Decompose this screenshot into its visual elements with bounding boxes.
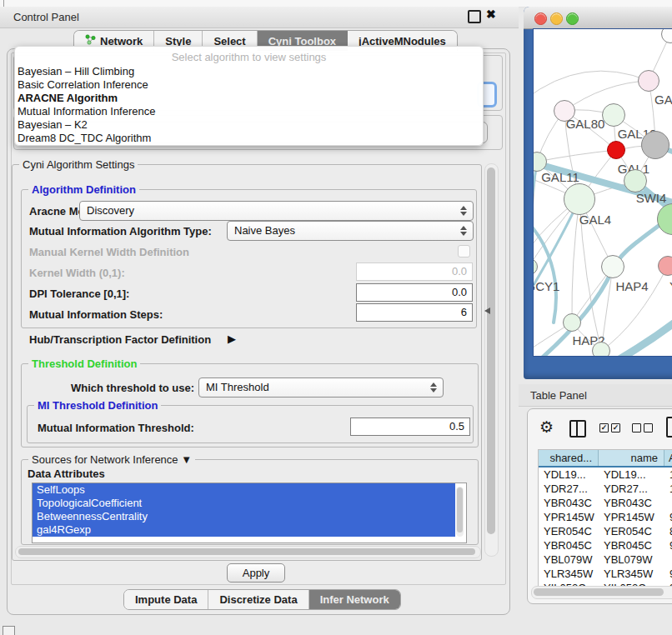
node-bottom[interactable] [592, 342, 610, 356]
settings-horizontal-scrollbar[interactable] [15, 546, 481, 558]
column-header-a[interactable]: A [664, 450, 672, 466]
select-all-checkbox-icon2[interactable]: ✓ [611, 423, 620, 432]
cell-shared-name: YBR045C [544, 539, 592, 552]
table-row[interactable]: YLR345WYLR345W9. [539, 567, 672, 581]
minimize-button[interactable] [550, 12, 563, 25]
tab-label: Impute Data [135, 593, 197, 606]
hub-definition-label: Hub/Transcription Factor Definition [29, 333, 211, 346]
node-red[interactable] [607, 141, 625, 159]
bottom-tabbar: Impute DataDiscretize DataInfer Network [123, 589, 401, 610]
algorithm-option-bayesian-hill-climbing[interactable]: Bayesian – Hill Climbing [15, 65, 483, 78]
mi-steps-field[interactable]: 6 [356, 303, 473, 322]
algorithm-option-bayesian-k2[interactable]: Bayesian – K2 [15, 118, 483, 132]
mi-type-select[interactable]: Naive Bayes [227, 221, 474, 241]
table-row[interactable]: YPR145WYPR145W9. [539, 510, 672, 524]
node-salmon[interactable] [658, 256, 672, 276]
spinner-icon [429, 382, 437, 393]
node-gal11[interactable] [534, 152, 547, 172]
node-gcy1[interactable] [534, 258, 538, 275]
aracne-mode-select[interactable]: Discovery [79, 201, 474, 221]
table-hscroll-thumb[interactable] [534, 588, 664, 596]
which-threshold-label: Which threshold to use: [71, 382, 194, 394]
table-horizontal-scrollbar[interactable] [531, 586, 672, 599]
table-row[interactable]: YBR045CYBR045C9. [539, 538, 672, 552]
manual-kernel-checkbox[interactable] [458, 245, 470, 258]
zoom-button[interactable] [566, 12, 579, 25]
tab-impute-data[interactable]: Impute Data [124, 590, 208, 609]
attribute-item-topologicalcoefficient[interactable]: TopologicalCoefficient [33, 497, 455, 510]
settings-vertical-scrollbar[interactable] [484, 163, 499, 557]
hub-expand-arrow-icon[interactable]: ▶ [228, 332, 236, 345]
which-threshold-select[interactable]: MI Threshold [198, 378, 444, 398]
node-gal10[interactable] [602, 103, 625, 127]
table-row[interactable]: YDL19...YDL19...13 [539, 468, 672, 482]
cyni-settings-legend: Cyni Algorithm Settings [19, 158, 138, 171]
node-gal4[interactable] [564, 183, 595, 215]
node-hap4[interactable] [601, 255, 624, 278]
node-table[interactable]: shared...nameA YDL19...YDL19...13YDR27..… [538, 449, 672, 588]
node-hap2[interactable] [563, 313, 581, 332]
algorithm-definition-legend: Algorithm Definition [28, 183, 139, 196]
cell-name: YBL079W [604, 553, 653, 566]
attributes-scrollbar-thumb[interactable] [457, 488, 463, 532]
table-row[interactable]: YBL079WYBL079W [539, 552, 672, 567]
algorithm-option-aracne-algorithm[interactable]: ARACNE Algorithm [15, 92, 483, 105]
settings-hscroll-thumb[interactable] [18, 548, 475, 555]
node-label-gal4: GAL4 [579, 212, 611, 227]
algorithm-option-mutual-information-inference[interactable]: Mutual Information Inference [15, 105, 483, 118]
cell-name: YER054C [604, 525, 652, 538]
node-gal-cut[interactable] [638, 70, 659, 92]
float-window-icon[interactable] [468, 10, 481, 23]
deselect-checkbox-icon2[interactable] [644, 423, 653, 432]
apply-button[interactable]: Apply [227, 563, 285, 582]
column-layout-icon[interactable] [569, 420, 586, 438]
algorithm-option-dream8-dc-tdc-algorithm[interactable]: Dream8 DC_TDC Algorithm [15, 132, 483, 145]
attribute-item-selfloops[interactable]: SelfLoops [33, 483, 455, 497]
sources-collapse-arrow-icon[interactable]: ▼ [181, 453, 192, 466]
node-swi4[interactable] [624, 169, 647, 192]
cell-shared-name: YPR145W [544, 511, 594, 523]
table-row[interactable]: YDR27...YDR27...12 [539, 482, 672, 496]
node-gal1[interactable] [641, 131, 669, 159]
select-all-checkbox-icon[interactable]: ✓ [599, 423, 609, 432]
cell-shared-name: YBR043C [544, 497, 592, 509]
tab-label: Infer Network [320, 593, 389, 606]
deselect-checkbox-icon[interactable] [632, 423, 641, 432]
attribute-item-betweennesscentrality[interactable]: BetweennessCentrality [33, 510, 455, 523]
threshold-definition-legend: Threshold Definition [28, 358, 140, 370]
close-panel-icon[interactable]: ✖ [486, 8, 496, 21]
algorithm-option-basic-correlation-inference[interactable]: Basic Correlation Inference [15, 78, 483, 92]
dpi-tolerance-field[interactable]: 0.0 [356, 283, 473, 302]
close-button[interactable] [534, 12, 547, 25]
cell-name: YDR27... [604, 482, 648, 495]
node-label-gcy1: GCY1 [534, 279, 559, 293]
column-header-shared[interactable]: shared... [539, 450, 599, 466]
settings-vscroll-thumb[interactable] [487, 168, 495, 534]
table-row[interactable]: YER054CYER054C8. [539, 524, 672, 538]
export-file-icon[interactable] [666, 417, 672, 438]
mi-threshold-legend: MI Threshold Definition [34, 399, 161, 412]
bottom-corner-window-icon[interactable] [3, 626, 15, 635]
tab-label: Discretize Data [219, 593, 297, 606]
tab-discretize-data[interactable]: Discretize Data [208, 590, 308, 609]
column-header-name[interactable]: name [599, 450, 664, 466]
attributes-scrollbar[interactable] [456, 487, 464, 537]
network-canvas[interactable]: GALGAL80GAL10GAL1GAL11SWI4GAL4GCY1HAP4YH… [534, 29, 672, 356]
node-label-gal11: GAL11 [541, 170, 579, 184]
table-row[interactable]: YBR043CYBR043C [539, 496, 672, 510]
node-big-green[interactable] [657, 203, 672, 235]
network-window-titlebar[interactable] [524, 7, 672, 29]
cell-name: YLR345W [604, 568, 653, 580]
attribute-item-gal4rgexp[interactable]: gal4RGexp [33, 523, 455, 537]
screen: Control Panel ✖ NetworkStyleSelectCyni T… [0, 0, 672, 635]
tab-infer-network[interactable]: Infer Network [309, 590, 400, 609]
cell-name: YBR045C [604, 539, 652, 552]
data-attributes-list[interactable]: SelfLoopsTopologicalCoefficientBetweenne… [32, 482, 467, 543]
mi-threshold-field[interactable]: 0.5 [350, 418, 470, 436]
node-top-right[interactable] [661, 29, 672, 43]
table-settings-gear-icon[interactable]: ⚙ [539, 418, 554, 437]
mouse-cursor [484, 308, 490, 314]
cell-name: YBR043C [604, 497, 652, 509]
node-label-hap4: HAP4 [615, 279, 648, 293]
kernel-width-field[interactable]: 0.0 [356, 262, 473, 281]
